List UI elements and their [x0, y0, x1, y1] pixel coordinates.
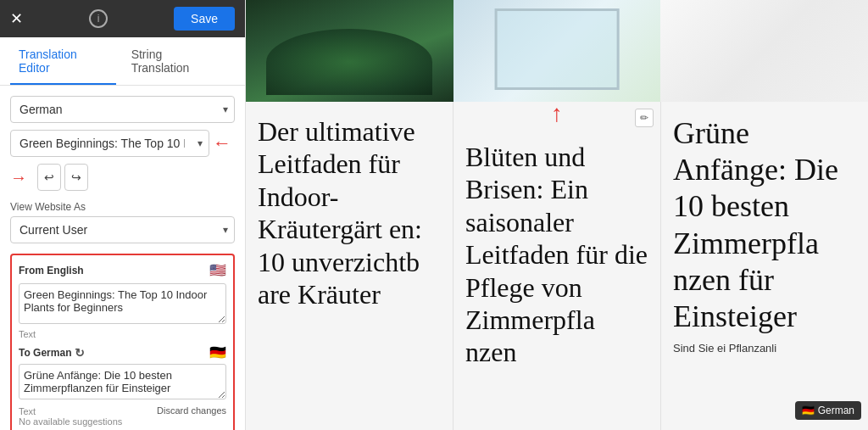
from-english-label: From English: [19, 265, 84, 276]
language-select-wrapper: German French Spanish ▾: [10, 96, 235, 123]
red-right-nav-arrow-icon: →: [10, 168, 27, 187]
col-3-text: Grüne Anfänge: Die 10 besten Zimmerpfla …: [673, 115, 856, 335]
german-flag-icon: 🇩🇪: [209, 344, 226, 360]
tabs-bar: Translation Editor String Translation: [0, 37, 245, 86]
string-select-row: Green Beginnings: The Top 10 Indoor Plan…: [10, 130, 235, 157]
content-col-2: ✏ ↑ Blüten und Brisen: Ein saisonaler Le…: [453, 102, 661, 430]
nav-arrows: ↩ ↪: [37, 164, 88, 191]
nav-arrows-row: → ↩ ↪: [10, 164, 235, 191]
discard-row: Text Discard changes: [19, 405, 226, 416]
col-2-text: Blüten und Brisen: Ein saisonaler Leitfa…: [465, 141, 648, 369]
col-1-text: Der ultimative Leitfaden für Indoor-Kräu…: [258, 115, 441, 310]
close-button[interactable]: ✕: [10, 11, 23, 26]
view-as-select-wrapper: Current User Guest ▾: [10, 216, 235, 243]
right-panel: Der ultimative Leitfaden für Indoor-Kräu…: [246, 0, 868, 430]
string-select-wrapper: Green Beginnings: The Top 10 Indoor Plan…: [10, 130, 209, 157]
no-suggestions-label: No available suggestions: [19, 416, 226, 427]
german-badge-flag-icon: 🇩🇪: [802, 405, 815, 416]
white-plant-image: [660, 0, 868, 102]
next-string-button[interactable]: ↪: [64, 164, 88, 191]
panel-body: German French Spanish ▾ Green Beginnings…: [0, 86, 245, 430]
prev-string-button[interactable]: ↩: [37, 164, 61, 191]
sync-icon[interactable]: ↻: [75, 346, 85, 360]
string-select[interactable]: Green Beginnings: The Top 10 Indoor Plan…: [10, 130, 209, 157]
to-german-textarea[interactable]: [19, 364, 226, 399]
content-col-3: Grüne Anfänge: Die 10 besten Zimmerpfla …: [661, 102, 868, 430]
plant-dark-image: [246, 0, 453, 102]
edit-icon[interactable]: ✏: [635, 109, 654, 127]
from-english-textarea[interactable]: Green Beginnings: The Top 10 Indoor Plan…: [19, 283, 226, 324]
from-english-box: From English 🇺🇸 Green Beginnings: The To…: [10, 254, 235, 430]
from-english-header: From English 🇺🇸: [19, 262, 226, 278]
tab-translation-editor[interactable]: Translation Editor: [10, 37, 116, 85]
top-bar: ✕ i Save: [0, 0, 245, 37]
view-as-select[interactable]: Current User Guest: [10, 216, 235, 243]
content-col-1: Der ultimative Leitfaden für Indoor-Kräu…: [246, 102, 453, 430]
save-button[interactable]: Save: [174, 7, 235, 31]
to-german-label: To German ↻: [19, 346, 85, 360]
view-website-as-label: View Website As: [10, 201, 235, 213]
german-badge-label: German: [818, 405, 854, 416]
discard-changes-button[interactable]: Discard changes: [157, 405, 226, 416]
english-flag-icon: 🇺🇸: [209, 262, 226, 278]
to-german-field-type: Text: [19, 406, 36, 416]
language-select[interactable]: German French Spanish: [10, 96, 235, 123]
content-area: Der ultimative Leitfaden für Indoor-Kräu…: [246, 102, 868, 430]
col-3-small-text: Sind Sie ei Pflanzanli: [673, 342, 856, 355]
to-german-header: To German ↻ 🇩🇪: [19, 344, 226, 360]
red-up-arrow-icon: ↑: [551, 102, 563, 126]
red-left-arrow-icon: ←: [213, 132, 231, 154]
german-badge: 🇩🇪 German: [795, 401, 861, 420]
tab-string-translation[interactable]: String Translation: [123, 37, 228, 85]
from-english-field-type: Text: [19, 329, 226, 339]
left-panel: ✕ i Save Translation Editor String Trans…: [0, 0, 246, 430]
info-icon[interactable]: i: [89, 9, 108, 28]
window-image: [453, 0, 661, 102]
view-website-as-section: View Website As Current User Guest ▾: [10, 198, 235, 243]
image-row: [246, 0, 868, 102]
